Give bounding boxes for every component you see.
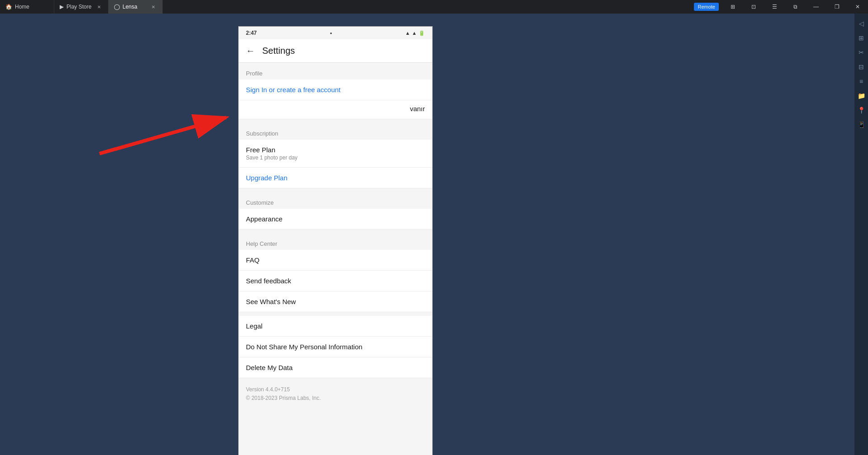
menu-icon[interactable]: ☰ bbox=[764, 0, 785, 14]
sidebar-expand-icon[interactable]: ◁ bbox=[856, 18, 867, 29]
sidebar-table-icon[interactable]: ⊟ bbox=[856, 61, 867, 72]
tab-playstore[interactable]: ▶ Play Store ✕ bbox=[54, 0, 108, 14]
page-title: Settings bbox=[262, 46, 295, 56]
playstore-tab-icon: ▶ bbox=[60, 4, 64, 10]
plan-name: Free Plan bbox=[246, 146, 275, 154]
status-time: 2:47 bbox=[246, 30, 257, 36]
settings-content: Profile Sign In or create a free account… bbox=[239, 63, 432, 455]
tab-home[interactable]: 🏠 Home bbox=[0, 0, 54, 14]
version-info: Version 4.4.0+715 © 2018-2023 Prisma Lab… bbox=[239, 378, 432, 410]
sidebar-folder-icon[interactable]: 📁 bbox=[856, 90, 867, 101]
browser-controls: Remote ⊞ ⊡ ☰ ⧉ — ❐ ✕ bbox=[694, 0, 868, 14]
minimize-button[interactable]: — bbox=[806, 0, 826, 14]
partially-visible-text: vanır bbox=[239, 100, 432, 119]
svg-line-1 bbox=[99, 117, 226, 154]
help-center-section-header: Help Center bbox=[239, 233, 432, 250]
battery-icon: 🔋 bbox=[419, 30, 425, 36]
restore-button[interactable]: ❐ bbox=[826, 0, 847, 14]
sidebar-table2-icon[interactable]: ≡ bbox=[856, 76, 867, 87]
subscription-section: Subscription Free Plan Save 1 photo per … bbox=[239, 123, 432, 188]
version-text: Version 4.4.0+715 bbox=[246, 385, 425, 394]
plan-name-item: Free Plan Save 1 photo per day bbox=[239, 140, 432, 168]
signal-icon: ▲ bbox=[412, 30, 417, 36]
profile-section-header: Profile bbox=[239, 63, 432, 80]
upgrade-plan-button[interactable]: Upgrade Plan bbox=[239, 168, 432, 188]
customize-section-header: Customize bbox=[239, 192, 432, 209]
app-header: ← Settings bbox=[239, 39, 432, 63]
copyright-text: © 2018-2023 Prisma Labs, Inc. bbox=[246, 394, 425, 403]
wifi-icon: ▲ bbox=[405, 30, 410, 36]
plan-sub: Save 1 photo per day bbox=[246, 155, 425, 161]
sidebar-phone-icon[interactable]: 📱 bbox=[856, 119, 867, 130]
sign-in-link[interactable]: Sign In or create a free account bbox=[239, 80, 432, 100]
appearance-item[interactable]: Appearance bbox=[239, 209, 432, 230]
status-icons: ▲ ▲ 🔋 bbox=[405, 30, 425, 36]
help-center-section: Help Center FAQ Send feedback See What's… bbox=[239, 233, 432, 312]
browser-chrome: 🏠 Home ▶ Play Store ✕ ◯ Lensa ✕ Remote ⊞… bbox=[0, 0, 868, 14]
cast-icon[interactable]: ⊡ bbox=[743, 0, 764, 14]
sidebar-scissors-icon[interactable]: ✂ bbox=[856, 47, 867, 58]
sidebar-location-icon[interactable]: 📍 bbox=[856, 105, 867, 116]
tab-bar: 🏠 Home ▶ Play Store ✕ ◯ Lensa ✕ bbox=[0, 0, 163, 14]
profile-section: Profile Sign In or create a free account… bbox=[239, 63, 432, 119]
sidebar-grid-icon[interactable]: ⊞ bbox=[856, 33, 867, 43]
status-bar: 2:47 ● ▲ ▲ 🔋 bbox=[239, 27, 432, 39]
divider-3 bbox=[239, 230, 432, 233]
resize-icon[interactable]: ⧉ bbox=[785, 0, 806, 14]
grid-icon[interactable]: ⊞ bbox=[722, 0, 743, 14]
close-button[interactable]: ✕ bbox=[847, 0, 868, 14]
home-tab-icon: 🏠 bbox=[5, 4, 12, 10]
remote-badge[interactable]: Remote bbox=[694, 3, 719, 11]
do-not-share-item[interactable]: Do Not Share My Personal Information bbox=[239, 337, 432, 357]
faq-item[interactable]: FAQ bbox=[239, 250, 432, 271]
send-feedback-item[interactable]: Send feedback bbox=[239, 271, 432, 291]
legal-section: Legal Do Not Share My Personal Informati… bbox=[239, 316, 432, 378]
lensa-tab-close[interactable]: ✕ bbox=[150, 4, 157, 10]
divider-1 bbox=[239, 119, 432, 123]
delete-my-data-item[interactable]: Delete My Data bbox=[239, 357, 432, 378]
divider-2 bbox=[239, 188, 432, 192]
subscription-section-header: Subscription bbox=[239, 123, 432, 140]
customize-section: Customize Appearance bbox=[239, 192, 432, 230]
tab-lensa[interactable]: ◯ Lensa ✕ bbox=[108, 0, 163, 14]
red-arrow bbox=[95, 104, 240, 163]
phone-container: 2:47 ● ▲ ▲ 🔋 ← Settings Profile Sign In … bbox=[238, 26, 433, 455]
lensa-tab-icon: ◯ bbox=[114, 4, 120, 10]
divider-4 bbox=[239, 312, 432, 316]
back-button[interactable]: ← bbox=[246, 46, 255, 56]
right-sidebar: ◁ ⊞ ✂ ⊟ ≡ 📁 📍 📱 bbox=[854, 14, 868, 455]
notification-dot: ● bbox=[330, 31, 332, 35]
whats-new-item[interactable]: See What's New bbox=[239, 291, 432, 312]
playstore-tab-close[interactable]: ✕ bbox=[95, 4, 103, 10]
legal-header-item: Legal bbox=[239, 316, 432, 337]
main-content: 2:47 ● ▲ ▲ 🔋 ← Settings Profile Sign In … bbox=[0, 14, 854, 455]
